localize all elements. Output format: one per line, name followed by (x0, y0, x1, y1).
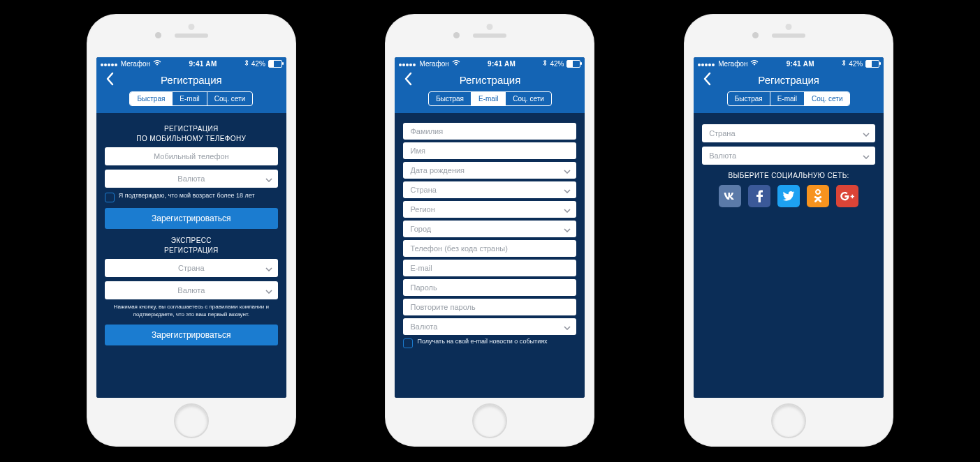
chevron-down-icon (564, 320, 571, 333)
phone-mockup-3: Мегафон 9:41 AM 42% Регистрация Быстрая … (684, 14, 893, 447)
tab-fast[interactable]: Быстрая (130, 92, 173, 105)
status-bar: Мегафон 9:41 AM 42% (395, 57, 585, 70)
signal-icon (101, 60, 118, 68)
email-input[interactable]: E-mail (403, 260, 576, 276)
chevron-down-icon (863, 149, 870, 162)
password-confirm-input[interactable]: Повторите пароль (403, 299, 576, 315)
tab-social[interactable]: Соц. сети (805, 92, 849, 105)
battery-icon (268, 60, 282, 68)
chevron-down-icon (564, 203, 571, 216)
back-button[interactable] (102, 71, 119, 88)
odnoklassniki-icon[interactable] (807, 185, 829, 207)
clock: 9:41 AM (759, 60, 842, 68)
wifi-icon (452, 60, 460, 68)
placeholder: Мобильный телефон (112, 152, 271, 161)
currency-select[interactable]: Валюта (702, 147, 875, 165)
twitter-icon[interactable] (777, 185, 800, 207)
battery-icon (566, 60, 580, 68)
chevron-down-icon (265, 262, 272, 274)
lastname-input[interactable]: Фамилия (403, 123, 576, 140)
bluetooth-icon (842, 59, 846, 68)
facebook-icon[interactable] (748, 185, 770, 207)
placeholder: Страна (112, 264, 271, 272)
placeholder: Валюта (112, 174, 271, 183)
tab-fast[interactable]: Быстрая (728, 92, 770, 105)
chevron-down-icon (564, 184, 571, 196)
signal-icon (399, 60, 416, 68)
tab-social[interactable]: Соц. сети (506, 92, 550, 105)
battery-percent: 42% (251, 60, 265, 68)
page-title: Регистрация (395, 74, 585, 86)
signal-icon (698, 60, 715, 68)
google-plus-icon[interactable] (836, 185, 858, 207)
tab-email[interactable]: E-mail (173, 92, 207, 105)
city-select[interactable]: Город (403, 221, 576, 237)
phone-input[interactable]: Телефон (без кода страны) (403, 240, 576, 257)
tab-social[interactable]: Соц. сети (207, 92, 252, 105)
dob-select[interactable]: Дата рождения (403, 162, 576, 179)
newsletter-row: Получать на свой e-mail новости о событи… (403, 338, 576, 348)
clock: 9:41 AM (161, 60, 244, 68)
chevron-down-icon (564, 223, 571, 235)
register-button-2[interactable]: Зарегистрироваться (105, 325, 278, 345)
disclaimer-text: Нажимая кнопку, вы соглашаетесь с правил… (105, 304, 278, 319)
country-select[interactable]: Страна (105, 259, 278, 277)
vk-icon[interactable] (719, 185, 741, 207)
age-confirm-row: Я подтверждаю, что мой возраст более 18 … (105, 192, 278, 202)
tab-email[interactable]: E-mail (471, 92, 506, 105)
country-select[interactable]: Страна (702, 124, 875, 142)
nav-header: Регистрация Быстрая E-mail Соц. сети (96, 70, 286, 113)
nav-header: Регистрация Быстрая E-mail Соц. сети (694, 70, 884, 113)
back-button[interactable] (400, 71, 417, 88)
screen-email-registration: Мегафон 9:41 AM 42% Регистрация Быстрая … (395, 57, 585, 398)
phone-input[interactable]: Мобильный телефон (105, 147, 278, 165)
heading-mobile-reg: РЕГИСТРАЦИЯПО МОБИЛЬНОМУ ТЕЛЕФОНУ (105, 124, 278, 143)
home-button[interactable] (771, 403, 806, 438)
social-buttons-row (702, 185, 875, 207)
firstname-input[interactable]: Имя (403, 142, 576, 159)
tab-email[interactable]: E-mail (770, 92, 805, 105)
home-button[interactable] (174, 403, 209, 438)
status-bar: Мегафон 9:41 AM 42% (694, 57, 884, 70)
currency-select-2[interactable]: Валюта (105, 281, 278, 299)
register-button-1[interactable]: Зарегистрироваться (105, 208, 278, 229)
phone-mockup-2: Мегафон 9:41 AM 42% Регистрация Быстрая … (385, 14, 594, 447)
content-area: Фамилия Имя Дата рождения Страна Регион … (395, 113, 585, 398)
age-checkbox-label: Я подтверждаю, что мой возраст более 18 … (119, 192, 255, 200)
chevron-down-icon (564, 164, 571, 177)
newsletter-checkbox[interactable] (403, 338, 413, 348)
status-bar: Мегафон 9:41 AM 42% (96, 57, 286, 70)
carrier-label: Мегафон (121, 60, 150, 68)
chevron-down-icon (265, 172, 272, 185)
tabs-segmented: Быстрая E-mail Соц. сети (727, 91, 851, 106)
country-select[interactable]: Страна (403, 181, 576, 198)
chevron-down-icon (863, 127, 870, 140)
screen-fast-registration: Мегафон 9:41 AM 42% Регистрация Быстрая (96, 57, 286, 398)
carrier-label: Мегафон (718, 60, 747, 68)
battery-percent: 42% (550, 60, 564, 68)
tabs-segmented: Быстрая E-mail Соц. сети (129, 91, 253, 106)
home-button[interactable] (472, 403, 507, 438)
social-heading: ВЫБЕРИТЕ СОЦИАЛЬНУЮ СЕТЬ: (702, 172, 875, 179)
phone-mockup-1: Мегафон 9:41 AM 42% Регистрация Быстрая (87, 14, 296, 447)
bluetooth-icon (244, 59, 249, 68)
password-input[interactable]: Пароль (403, 279, 576, 296)
page-title: Регистрация (96, 74, 286, 86)
page-title: Регистрация (694, 74, 884, 86)
nav-header: Регистрация Быстрая E-mail Соц. сети (395, 70, 585, 113)
wifi-icon (153, 60, 161, 68)
newsletter-label: Получать на свой e-mail новости о событи… (417, 338, 547, 346)
battery-percent: 42% (849, 60, 863, 68)
region-select[interactable]: Регион (403, 201, 576, 218)
tabs-segmented: Быстрая E-mail Соц. сети (428, 91, 552, 106)
currency-select[interactable]: Валюта (105, 170, 278, 188)
currency-select[interactable]: Валюта (403, 318, 576, 335)
back-button[interactable] (699, 71, 716, 88)
heading-express-reg: ЭКСПРЕССРЕГИСТРАЦИЯ (105, 236, 278, 255)
content-area: РЕГИСТРАЦИЯПО МОБИЛЬНОМУ ТЕЛЕФОНУ Мобиль… (96, 113, 286, 398)
carrier-label: Мегафон (419, 60, 448, 68)
age-checkbox[interactable] (105, 193, 115, 202)
placeholder: Валюта (112, 286, 271, 295)
wifi-icon (750, 60, 759, 68)
tab-fast[interactable]: Быстрая (429, 92, 471, 105)
